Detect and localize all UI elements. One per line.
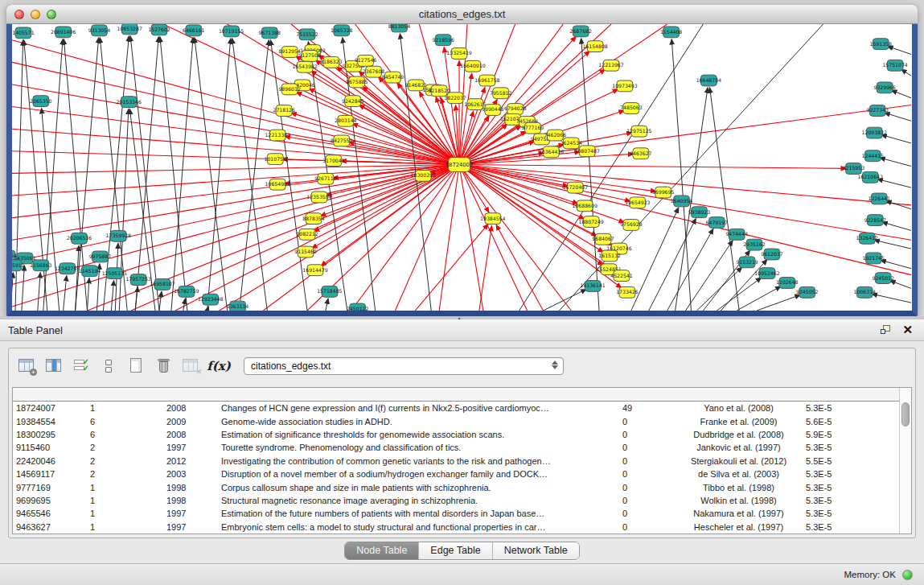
show-columns-icon[interactable] [43,354,67,378]
graph-node[interactable]: 3822037 [444,93,466,104]
graph-node[interactable]: 9115460 [294,246,316,257]
graph-node[interactable]: 17957253 [125,274,150,286]
cell-out_degree[interactable]: 0 [617,443,680,452]
graph-node[interactable]: 16154808 [582,41,607,52]
cell-out_degree[interactable]: 0 [617,430,680,439]
network-view-canvas[interactable]: 1872400714055712089140693130541065328715… [12,24,912,311]
cell-in_degree[interactable]: 6 [85,430,162,439]
table-row[interactable]: 1456911722003Disruption of a novel membe… [13,468,899,480]
graph-node[interactable]: 1615132 [598,250,620,262]
graph-node[interactable]: 19384554 [480,213,505,225]
cell-pagerank[interactable]: 5.3E-5 [798,469,888,479]
graph-node[interactable]: 12213967 [598,60,623,71]
graph-node[interactable]: 1640954 [671,196,692,207]
cell-title[interactable]: Estimation of significance thresholds fo… [215,430,617,439]
graph-node[interactable]: 19654923 [625,197,650,208]
cell-in_degree[interactable]: 2 [85,456,162,466]
graph-node[interactable]: 10807487 [575,146,600,157]
graph-node[interactable]: 12353594 [306,192,331,203]
cell-year[interactable]: 2008 [162,430,215,439]
cell-pagerank[interactable]: 5.3E-5 [798,403,888,413]
graph-node[interactable]: 13325419 [446,48,471,60]
graph-node[interactable]: 1010755 [265,154,286,165]
graph-node[interactable]: 2450122 [347,303,368,311]
cell-out_degree[interactable]: 0 [617,469,680,479]
scrollbar-thumb[interactable] [901,402,910,426]
cell-pagerank[interactable]: 5.9E-5 [798,430,888,439]
cell-title[interactable]: Corpus callosum shape and size in male p… [215,483,617,492]
graph-node[interactable]: 10688609 [573,200,598,212]
cell-out_degree[interactable]: 49 [617,403,680,413]
cell-name[interactable]: 18724007 [13,403,85,413]
graph-node[interactable]: 2687682 [570,26,592,37]
cell-in_degree[interactable]: 1 [85,403,162,413]
citation-network-graph[interactable]: 1872400714055712089140693130541065328715… [12,24,912,311]
graph-node[interactable]: 12975125 [626,126,651,137]
table-row[interactable]: 946362711997Embryonic stem cells: a mode… [13,521,899,534]
cell-name[interactable]: 9465546 [13,509,85,518]
cell-short[interactable]: Stergiakouli et al. (2012) [680,456,798,466]
cell-year[interactable]: 1997 [162,509,215,518]
graph-node[interactable]: 7955812 [490,88,511,99]
graph-node[interactable]: 8454749 [382,72,404,83]
cell-year[interactable]: 2012 [162,456,215,466]
memory-status-icon[interactable] [902,570,913,580]
graph-node[interactable]: 10653287 [117,24,142,35]
cell-out_degree[interactable]: 0 [617,456,680,466]
graph-node[interactable]: 1102648 [776,278,798,289]
graph-node[interactable]: 9153219 [736,257,758,268]
function-builder-icon[interactable]: f(x) [207,354,231,378]
graph-node[interactable]: 9896012 [278,84,300,95]
cell-name[interactable]: 22420046 [13,456,85,466]
graph-node[interactable]: 20891406 [51,27,76,38]
tab-node-table[interactable]: Node Table [345,542,419,559]
graph-node[interactable]: 9671388 [259,27,281,39]
graph-node[interactable]: 1363134 [227,301,248,311]
cell-title[interactable]: Investigating the contribution of common… [215,456,617,466]
cell-out_degree[interactable]: 0 [617,483,680,492]
graph-node[interactable]: 3624534 [561,138,582,149]
graph-node[interactable]: 2718126 [273,105,294,117]
graph-node[interactable]: 14136141 [580,281,605,292]
graph-node[interactable]: 9756928 [620,220,642,231]
table-selector-dropdown[interactable]: citations_edges.txt [244,357,564,375]
graph-node[interactable]: 15718485 [317,286,342,297]
graph-node[interactable]: 9228547 [864,215,886,226]
graph-node[interactable]: 1326412 [856,233,878,244]
graph-node[interactable]: 8813054 [388,24,410,32]
cell-year[interactable]: 2003 [162,469,215,479]
cell-short[interactable]: Dudbridge et al. (2008) [680,430,798,439]
graph-node[interactable]: 9684067 [592,233,614,245]
cell-name[interactable]: 9777169 [13,483,85,492]
select-all-rows-icon[interactable]: ✓✓ [70,354,94,378]
graph-node[interactable]: 9975887 [89,251,111,262]
cell-year[interactable]: 1998 [162,496,215,505]
table-row[interactable]: 946554611997Estimation of the future num… [13,507,899,520]
graph-node[interactable]: 18807249 [578,216,603,228]
graph-node[interactable]: 16210643 [858,171,883,183]
cell-short[interactable]: Tibbo et al. (1998) [680,483,798,492]
cell-short[interactable]: Jankovic et al. (1997) [680,443,798,452]
graph-node[interactable]: 1591358 [870,39,892,50]
graph-node[interactable]: 9127508 [298,51,320,62]
cell-pagerank[interactable]: 5.3E-5 [798,509,888,518]
cell-in_degree[interactable]: 1 [85,483,162,492]
graph-node[interactable]: 9082212 [296,229,318,240]
graph-node[interactable]: 20206536 [67,233,92,244]
deselect-rows-icon[interactable] [97,354,121,378]
cell-title[interactable]: Changes of HCN gene expression and I(f) … [215,403,617,413]
cell-year[interactable]: 2009 [162,417,215,426]
cell-pagerank[interactable]: 5.3E-5 [798,522,888,532]
cell-name[interactable]: 9115460 [13,443,85,452]
graph-node[interactable]: 9329966 [873,82,895,93]
graph-node[interactable]: 1021745 [863,253,885,264]
graph-node[interactable]: 9313054 [88,25,110,36]
table-row[interactable]: 1938455462009Genome-wide association stu… [13,414,899,427]
cell-name[interactable]: 9463627 [13,522,85,532]
graph-node[interactable]: 9267110 [314,173,336,184]
cell-short[interactable]: Nakamura et al. (1997) [680,509,798,518]
cell-short[interactable]: Franke et al. (2009) [680,417,798,426]
cell-out_degree[interactable]: 0 [617,417,680,426]
graph-node[interactable]: 3915911 [12,260,25,271]
vertical-scrollbar[interactable] [899,388,911,534]
